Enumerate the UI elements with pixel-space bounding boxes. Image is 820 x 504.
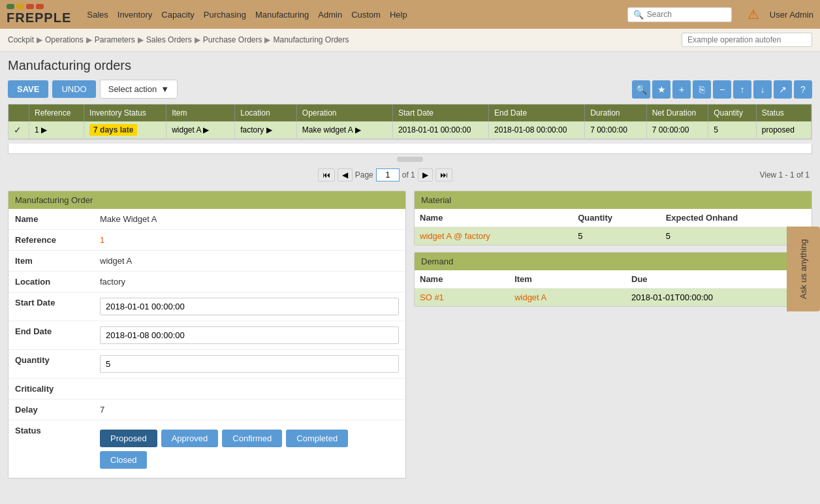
search-icon: 🔍: [633, 10, 644, 20]
horizontal-scrollbar[interactable]: [8, 144, 812, 154]
nav-capacity[interactable]: Capacity: [161, 10, 195, 20]
last-page-button[interactable]: ⏭: [435, 168, 452, 181]
material-name[interactable]: widget A @ factory: [415, 227, 573, 245]
start-date-row: Start Date: [8, 292, 405, 321]
nav-admin[interactable]: Admin: [318, 10, 342, 20]
minus-button[interactable]: −: [713, 80, 731, 99]
nav-sales[interactable]: Sales: [87, 10, 108, 20]
reference-label: Reference: [8, 230, 93, 250]
logo-dot-red1: [26, 4, 34, 9]
breadcrumb-sep-4: ▶: [264, 35, 270, 44]
item-value: widget A: [93, 251, 405, 271]
row-item[interactable]: widget A ▶: [166, 121, 235, 139]
delay-value: 7: [93, 400, 405, 420]
status-proposed-button[interactable]: Proposed: [100, 430, 157, 447]
col-header-operation[interactable]: Operation: [296, 104, 392, 121]
quantity-value: [93, 350, 405, 378]
end-date-input[interactable]: [100, 326, 399, 344]
col-header-check: [8, 104, 29, 121]
status-confirmed-button[interactable]: Confirmed: [222, 430, 282, 447]
manufacturing-order-panel: Manufacturing Order Name Make Widget A R…: [8, 191, 406, 479]
main-content: Manufacturing orders SAVE UNDO Select ac…: [0, 52, 820, 492]
dropdown-arrow-icon: ▼: [161, 84, 169, 94]
criticality-value: [93, 379, 405, 389]
export-button[interactable]: ↗: [774, 80, 792, 99]
col-header-quantity[interactable]: Quantity: [708, 104, 757, 121]
nav-inventory[interactable]: Inventory: [118, 10, 152, 20]
demand-col-due: Due: [626, 270, 812, 289]
up-button[interactable]: ↑: [733, 80, 751, 99]
logo-area: FREPPLE: [7, 4, 71, 25]
next-page-button[interactable]: ▶: [418, 168, 433, 181]
breadcrumb-operations[interactable]: Operations: [45, 35, 84, 44]
reference-value[interactable]: 1: [93, 230, 405, 250]
table-row[interactable]: ✓ 1 ▶ 7 days late widget A ▶ factory ▶ M…: [8, 121, 812, 139]
nav-help[interactable]: Help: [390, 10, 407, 20]
page-number-input[interactable]: [376, 168, 400, 181]
resize-gripper[interactable]: [397, 157, 423, 162]
status-buttons-container: Proposed Approved Confirmed Completed Cl…: [93, 420, 405, 478]
nav-purchasing[interactable]: Purchasing: [204, 10, 246, 20]
col-header-location[interactable]: Location: [235, 104, 297, 121]
material-header-row: Name Quantity Expected Onhand Date: [415, 209, 812, 227]
material-panel-header: Material: [415, 191, 812, 209]
help-button[interactable]: ?: [794, 80, 812, 99]
status-closed-button[interactable]: Closed: [100, 451, 147, 469]
alert-icon[interactable]: ⚠: [748, 7, 759, 22]
top-nav: FREPPLE Sales Inventory Capacity Purchas…: [0, 0, 820, 29]
undo-button[interactable]: UNDO: [52, 80, 95, 98]
search-input[interactable]: [647, 10, 725, 19]
breadcrumb-manufacturing-orders[interactable]: Manufacturing Orders: [273, 35, 349, 44]
first-page-button[interactable]: ⏮: [318, 168, 335, 181]
col-header-end-date[interactable]: End Date: [489, 104, 585, 121]
ask-anything-button[interactable]: Ask us anything: [787, 227, 820, 311]
col-header-duration[interactable]: Duration: [585, 104, 647, 121]
material-quantity: 5: [573, 227, 660, 245]
breadcrumb-sep-3: ▶: [195, 35, 200, 44]
demand-panel-body: Name Item Due Quantity SO #1 widget A 20…: [415, 270, 812, 306]
inv-status-badge: 7 days late: [89, 124, 137, 136]
breadcrumb-sales-orders[interactable]: Sales Orders: [146, 35, 192, 44]
col-header-item[interactable]: Item: [166, 104, 235, 121]
status-approved-button[interactable]: Approved: [161, 430, 219, 447]
row-location[interactable]: factory ▶: [235, 121, 297, 139]
demand-item[interactable]: widget A: [509, 289, 626, 307]
start-date-label: Start Date: [8, 292, 93, 313]
down-button[interactable]: ↓: [753, 80, 772, 99]
row-reference[interactable]: 1 ▶: [29, 121, 84, 139]
quantity-input[interactable]: [100, 355, 399, 373]
breadcrumb-parameters[interactable]: Parameters: [95, 35, 135, 44]
col-header-start-date[interactable]: Start Date: [392, 104, 488, 121]
col-header-status[interactable]: Status: [756, 104, 811, 121]
col-header-reference[interactable]: Reference: [29, 104, 84, 121]
toolbar-right: 🔍 ★ + ⎘ − ↑ ↓ ↗ ?: [632, 80, 812, 99]
add-button[interactable]: +: [672, 80, 691, 99]
demand-panel-header: Demand: [415, 253, 812, 270]
row-end-date: 2018-01-08 00:00:00: [489, 121, 585, 139]
row-check[interactable]: ✓: [8, 121, 29, 139]
bookmark-button[interactable]: ★: [652, 80, 670, 99]
end-date-row: End Date: [8, 321, 405, 350]
breadcrumb-sep-1: ▶: [86, 35, 92, 44]
search-table-button[interactable]: 🔍: [632, 80, 650, 99]
nav-custom[interactable]: Custom: [351, 10, 381, 20]
prev-page-button[interactable]: ◀: [338, 168, 353, 181]
breadcrumb-cockpit[interactable]: Cockpit: [8, 35, 34, 44]
row-status: proposed: [756, 121, 811, 139]
breadcrumb-purchase-orders[interactable]: Purchase Orders: [203, 35, 262, 44]
demand-name[interactable]: SO #1: [415, 289, 509, 307]
status-completed-button[interactable]: Completed: [286, 430, 348, 447]
status-label: Status: [8, 420, 93, 441]
logo-text[interactable]: FREPPLE: [7, 10, 71, 25]
col-header-inv-status[interactable]: Inventory Status: [84, 104, 166, 121]
col-header-net-duration[interactable]: Net Duration: [646, 104, 708, 121]
breadcrumb: Cockpit ▶ Operations ▶ Parameters ▶ Sale…: [8, 35, 349, 44]
save-button[interactable]: SAVE: [8, 80, 48, 98]
demand-col-item: Item: [509, 270, 626, 289]
nav-manufacturing[interactable]: Manufacturing: [255, 10, 309, 20]
breadcrumb-search-input[interactable]: [682, 33, 812, 47]
start-date-input[interactable]: [100, 298, 399, 315]
copy-button[interactable]: ⎘: [693, 80, 711, 99]
row-operation[interactable]: Make widget A ▶: [296, 121, 392, 139]
select-action-button[interactable]: Select action ▼: [100, 80, 178, 99]
